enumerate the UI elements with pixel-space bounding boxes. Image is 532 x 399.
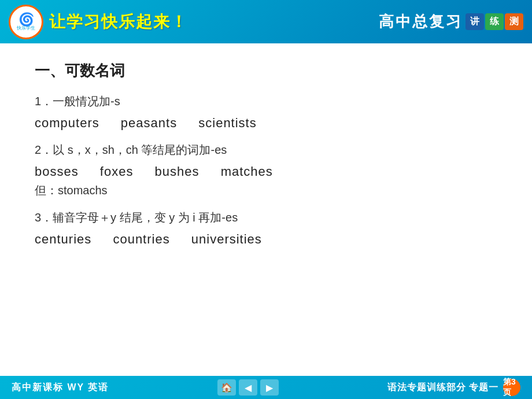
footer-nav[interactable]: 🏠 ◀ ▶ [217, 379, 279, 396]
word-bushes: bushes [155, 164, 200, 179]
home-button[interactable]: 🏠 [217, 379, 236, 396]
subsection-3: 3．辅音字母＋y 结尾，变 y 为 i 再加-es centuries coun… [35, 209, 497, 247]
word-matches: matches [221, 164, 273, 179]
subsection-3-words: centuries countries universities [35, 232, 497, 247]
logo: 🌀 快乐学生 [9, 5, 43, 39]
logo-text: 快乐学生 [17, 26, 35, 31]
word-computers: computers [35, 116, 99, 130]
header-slogan: 让学习快乐起来！ [49, 11, 188, 33]
subsection-2: 2．以 s，x，sh，ch 等结尾的词加-es bosses foxes bus… [35, 141, 497, 198]
word-scientists: scientists [198, 116, 256, 130]
badge-3: 测 [505, 13, 523, 30]
badge-1: 讲 [466, 13, 484, 30]
badge-2: 练 [485, 13, 504, 30]
section1-title: 一、可数名词 [35, 61, 497, 81]
footer-right-text: 语法专题训练部分 专题一 [387, 382, 498, 394]
header-title: 高中总复习 [379, 12, 463, 32]
subsection-1: 1．一般情况加-s computers peasants scientists [35, 93, 497, 131]
forward-button[interactable]: ▶ [260, 379, 279, 396]
page-badge: 第3页 [503, 379, 520, 396]
back-button[interactable]: ◀ [239, 379, 257, 396]
word-bosses: bosses [35, 164, 79, 179]
subsection-1-words: computers peasants scientists [35, 116, 497, 131]
word-centuries: centuries [35, 232, 91, 246]
subsection-3-title: 3．辅音字母＋y 结尾，变 y 为 i 再加-es [35, 209, 497, 226]
word-peasants: peasants [121, 116, 177, 130]
word-countries: countries [113, 232, 169, 246]
header-badges: 讲 练 测 [466, 13, 523, 30]
main-content: 一、可数名词 1．一般情况加-s computers peasants scie… [0, 43, 532, 376]
header-right: 高中总复习 讲 练 测 [379, 12, 523, 32]
header-left: 🌀 快乐学生 让学习快乐起来！ [9, 5, 188, 39]
footer-right: 语法专题训练部分 专题一 第3页 [387, 379, 520, 396]
word-foxes: foxes [100, 164, 134, 179]
footer-left-text: 高中新课标 WY 英语 [12, 382, 109, 394]
subsection-1-title: 1．一般情况加-s [35, 93, 497, 110]
footer: 高中新课标 WY 英语 🏠 ◀ ▶ 语法专题训练部分 专题一 第3页 [0, 376, 532, 399]
logo-icon: 🌀 [17, 13, 35, 26]
header: 🌀 快乐学生 让学习快乐起来！ 高中总复习 讲 练 测 [0, 0, 532, 43]
word-universities: universities [191, 232, 262, 246]
subsection-2-words: bosses foxes bushes matches [35, 164, 497, 179]
subsection-2-title: 2．以 s，x，sh，ch 等结尾的词加-es [35, 141, 497, 158]
subsection-2-note: 但：stomachs [35, 183, 497, 198]
